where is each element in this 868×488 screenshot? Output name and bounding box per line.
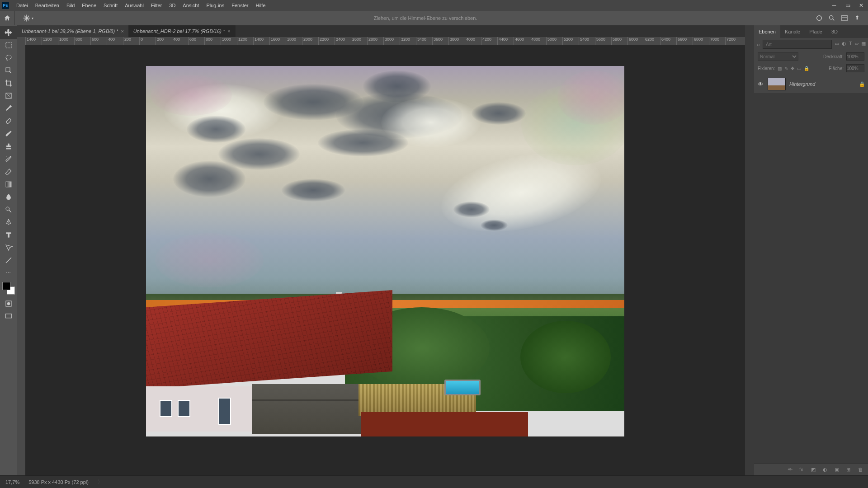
type-tool[interactable] bbox=[0, 229, 17, 241]
pen-tool[interactable] bbox=[0, 216, 17, 229]
mask-icon[interactable]: ◩ bbox=[811, 467, 817, 473]
history-brush-tool[interactable] bbox=[0, 153, 17, 165]
filter-type-icon[interactable]: T bbox=[849, 41, 852, 48]
eraser-tool[interactable] bbox=[0, 165, 17, 178]
filter-shape-icon[interactable]: ▱ bbox=[855, 41, 859, 48]
move-tool[interactable] bbox=[0, 26, 17, 39]
ruler-tick: 5800 bbox=[611, 37, 627, 45]
tab-channels[interactable]: Kanäle bbox=[780, 25, 805, 38]
ruler-origin[interactable] bbox=[17, 37, 25, 45]
ruler-tick: 6600 bbox=[676, 37, 693, 45]
color-swatches[interactable] bbox=[2, 282, 15, 295]
svg-point-1 bbox=[830, 16, 833, 19]
close-icon[interactable]: × bbox=[227, 28, 230, 34]
menu-plugins[interactable]: Plug-ins bbox=[203, 0, 228, 11]
cloud-icon[interactable] bbox=[816, 14, 823, 22]
zoom-level[interactable]: 17,7% bbox=[5, 479, 19, 485]
lock-pixels-icon[interactable]: ▨ bbox=[778, 66, 782, 71]
eyedropper-tool[interactable] bbox=[0, 102, 17, 115]
ruler-tick: 4800 bbox=[530, 37, 546, 45]
layer-thumbnail[interactable] bbox=[768, 78, 786, 90]
menu-layer[interactable]: Ebene bbox=[78, 0, 100, 11]
document-tab-2[interactable]: Unbenannt_HDR-2 bei 17,7% (RGB/16) *× bbox=[129, 25, 236, 37]
crop-tool[interactable] bbox=[0, 77, 17, 89]
ruler-tick: 4200 bbox=[481, 37, 497, 45]
ruler-tick: 800 bbox=[74, 37, 90, 45]
trash-icon[interactable]: 🗑 bbox=[858, 467, 864, 473]
new-layer-icon[interactable]: ⊞ bbox=[846, 467, 853, 473]
blur-tool[interactable] bbox=[0, 191, 17, 203]
lasso-tool[interactable] bbox=[0, 52, 17, 64]
search-icon[interactable] bbox=[828, 14, 835, 22]
fill-input[interactable] bbox=[846, 64, 864, 72]
shape-tool[interactable] bbox=[0, 254, 17, 267]
stamp-tool[interactable] bbox=[0, 140, 17, 153]
tab-layers[interactable]: Ebenen bbox=[754, 25, 780, 38]
ruler-tick: 3600 bbox=[432, 37, 448, 45]
menu-type[interactable]: Schrift bbox=[100, 0, 121, 11]
panel-dock[interactable] bbox=[745, 25, 754, 475]
healing-tool[interactable] bbox=[0, 115, 17, 127]
adjustment-icon[interactable]: ◐ bbox=[823, 467, 829, 473]
layer-name[interactable]: Hintergrund bbox=[789, 81, 855, 87]
ruler-tick: 1800 bbox=[286, 37, 302, 45]
layer-filter-input[interactable] bbox=[763, 40, 832, 49]
quick-mask[interactable] bbox=[0, 297, 17, 310]
magic-wand-tool[interactable] bbox=[0, 64, 17, 77]
close-icon[interactable]: × bbox=[121, 28, 123, 34]
document-canvas[interactable] bbox=[146, 66, 624, 436]
tab-paths[interactable]: Pfade bbox=[805, 25, 827, 38]
menu-file[interactable]: Datei bbox=[13, 0, 32, 11]
more-tools[interactable]: ⋯ bbox=[0, 267, 17, 279]
ruler-horizontal[interactable]: 1400120010008006004002000200400600800100… bbox=[25, 37, 745, 45]
menu-select[interactable]: Auswahl bbox=[121, 0, 147, 11]
ruler-tick: 7000 bbox=[709, 37, 725, 45]
menu-filter[interactable]: Filter bbox=[147, 0, 165, 11]
window-maximize[interactable]: ▭ bbox=[841, 0, 854, 11]
gradient-tool[interactable] bbox=[0, 178, 17, 191]
svg-rect-3 bbox=[6, 42, 11, 48]
share-icon[interactable] bbox=[854, 14, 861, 22]
menu-view[interactable]: Ansicht bbox=[179, 0, 203, 11]
lock-paint-icon[interactable]: ✎ bbox=[784, 66, 788, 71]
filter-image-icon[interactable]: ▭ bbox=[835, 41, 839, 48]
workspace-icon[interactable] bbox=[841, 14, 848, 22]
ruler-vertical[interactable] bbox=[17, 45, 25, 475]
brush-tool[interactable] bbox=[0, 127, 17, 140]
chevron-right-icon[interactable]: 〉 bbox=[98, 479, 103, 485]
menu-help[interactable]: Hilfe bbox=[252, 0, 269, 11]
opacity-input[interactable] bbox=[846, 52, 864, 61]
blend-mode-select[interactable]: Normal bbox=[758, 52, 798, 61]
frame-tool[interactable] bbox=[0, 89, 17, 102]
foreground-color[interactable] bbox=[2, 282, 10, 290]
document-dimensions[interactable]: 5938 Px x 4430 Px (72 ppi) bbox=[28, 479, 89, 485]
lock-move-icon[interactable]: ✥ bbox=[791, 66, 794, 71]
home-icon[interactable] bbox=[0, 11, 14, 25]
options-bar: ▾ Ziehen, um die Himmel-Ebene zu verschi… bbox=[0, 11, 868, 25]
group-icon[interactable]: ▣ bbox=[835, 467, 841, 473]
lock-icon[interactable]: 🔒 bbox=[859, 81, 865, 87]
tab-3d[interactable]: 3D bbox=[827, 25, 842, 38]
lock-artboard-icon[interactable]: ▭ bbox=[797, 66, 801, 71]
link-icon[interactable]: ⬲ bbox=[788, 467, 794, 473]
ruler-tick: 2200 bbox=[318, 37, 335, 45]
menu-window[interactable]: Fenster bbox=[228, 0, 252, 11]
menu-edit[interactable]: Bearbeiten bbox=[32, 0, 63, 11]
screen-mode[interactable] bbox=[0, 310, 17, 323]
filter-smart-icon[interactable]: ▦ bbox=[861, 41, 866, 48]
window-close[interactable]: ✕ bbox=[854, 0, 868, 11]
marquee-tool[interactable] bbox=[0, 39, 17, 52]
menu-3d[interactable]: 3D bbox=[165, 0, 179, 11]
fx-icon[interactable]: fx bbox=[799, 467, 806, 473]
ruler-tick: 6200 bbox=[644, 37, 660, 45]
active-tool-icon[interactable]: ▾ bbox=[21, 14, 35, 22]
layer-row[interactable]: 👁 Hintergrund 🔒 bbox=[754, 75, 868, 93]
visibility-icon[interactable]: 👁 bbox=[757, 81, 764, 88]
window-minimize[interactable]: ─ bbox=[827, 0, 841, 11]
path-tool[interactable] bbox=[0, 241, 17, 254]
menu-image[interactable]: Bild bbox=[63, 0, 78, 11]
filter-adjust-icon[interactable]: ◐ bbox=[842, 41, 846, 48]
dodge-tool[interactable] bbox=[0, 203, 17, 216]
document-tab-1[interactable]: Unbenannt-1 bei 39,2% (Ebene 1, RGB/8) *… bbox=[17, 25, 129, 37]
lock-all-icon[interactable]: 🔒 bbox=[804, 66, 809, 71]
